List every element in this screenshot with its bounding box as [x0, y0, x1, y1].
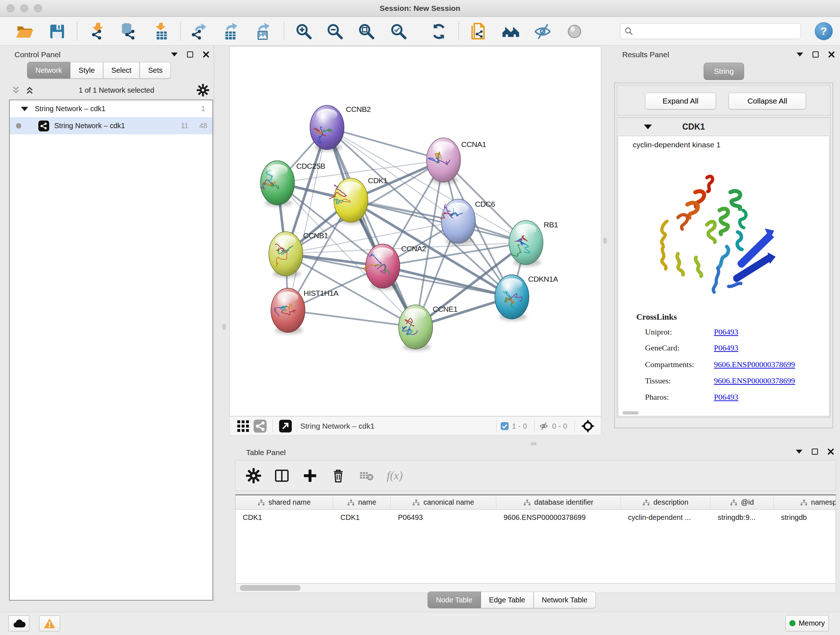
save-session-button[interactable] — [46, 21, 68, 42]
column-header-databaseidentifier[interactable]: database identifier — [496, 495, 621, 509]
protein-structure-image — [653, 167, 783, 308]
panel-close-icon[interactable] — [828, 51, 835, 58]
network-node-HIST1H1A[interactable]: HIST1H1A — [271, 288, 339, 334]
protein-section-header[interactable]: CDK1 — [617, 118, 830, 136]
column-type-icon — [523, 499, 531, 506]
fit-selected-button[interactable] — [578, 417, 597, 435]
search-input[interactable] — [636, 25, 797, 38]
function-builder-button[interactable]: f(x) — [387, 469, 403, 482]
import-network-button[interactable] — [87, 21, 109, 42]
network-node-RB1[interactable]: RB1 — [509, 220, 558, 266]
panel-menu-icon[interactable] — [797, 52, 803, 57]
crosslink-link[interactable]: P06493 — [714, 393, 738, 402]
network-view-canvas[interactable]: CCNB2 CCNA1 CDC25B CDK1 CDC6 — [229, 46, 601, 416]
crosslink-link[interactable]: 9606.ENSP00000378699 — [714, 376, 795, 385]
collapse-section-icon[interactable] — [644, 125, 652, 129]
panel-float-icon[interactable] — [812, 448, 818, 455]
column-header-name[interactable]: name — [333, 495, 391, 509]
network-share-button[interactable] — [251, 418, 269, 434]
open-in-window-button[interactable] — [276, 418, 294, 434]
export-network-button[interactable] — [188, 21, 210, 42]
panel-menu-icon[interactable] — [171, 52, 178, 57]
tab-style[interactable]: Style — [70, 62, 103, 79]
birdseye-view-button[interactable] — [235, 418, 251, 434]
network-edge[interactable] — [288, 127, 327, 310]
delete-column-button[interactable] — [330, 468, 346, 484]
collapse-all-networks-button[interactable] — [9, 86, 23, 95]
table-row[interactable]: CDK1CDK1P064939606.ENSP00000378699cyclin… — [235, 510, 836, 525]
column-header-sharedname[interactable]: shared name — [235, 495, 333, 509]
crosslink-link[interactable]: 9606.ENSP00000378699 — [714, 360, 795, 369]
hscroll-thumb[interactable] — [240, 585, 301, 591]
column-header-id[interactable]: @id — [711, 495, 774, 509]
column-header-canonicalname[interactable]: canonical name — [391, 495, 496, 509]
hide-selected-button[interactable] — [532, 21, 554, 42]
expand-all-button[interactable]: Expand All — [645, 93, 716, 109]
network-collection-row[interactable]: String Network – cdk1 1 — [10, 100, 212, 117]
network-node-CDKN1A[interactable]: CDKN1A — [495, 275, 558, 321]
panel-float-icon[interactable] — [187, 51, 193, 57]
panel-float-icon[interactable] — [813, 51, 819, 57]
clone-network-button[interactable] — [468, 21, 489, 42]
crosslink-link[interactable]: P06493 — [714, 327, 738, 336]
trash-icon — [330, 468, 346, 484]
tab-select[interactable]: Select — [103, 62, 140, 79]
tab-node-table[interactable]: Node Table — [428, 592, 481, 608]
panel-menu-icon[interactable] — [796, 450, 802, 454]
open-session-button[interactable] — [14, 21, 35, 42]
collapse-all-button[interactable]: Collapse All — [729, 93, 806, 109]
export-table-button[interactable] — [219, 21, 240, 42]
network-options-button[interactable] — [196, 84, 210, 97]
warnings-button[interactable] — [39, 616, 60, 631]
memory-button[interactable]: Memory — [785, 615, 829, 631]
left-splitter-handle[interactable] — [223, 324, 226, 330]
add-column-button[interactable] — [302, 468, 318, 484]
document-share-icon — [469, 22, 488, 41]
delete-table-button[interactable] — [358, 468, 374, 484]
network-node-CCNA1[interactable]: CCNA1 — [426, 138, 486, 184]
panel-close-icon[interactable] — [202, 51, 210, 58]
tab-string[interactable]: String — [704, 63, 744, 80]
import-database-button[interactable] — [118, 21, 139, 42]
node-label: CDC6 — [475, 200, 495, 208]
column-header-namespace[interactable]: namespace — [774, 495, 836, 509]
refresh-button[interactable] — [428, 21, 450, 42]
export-image-button[interactable] — [251, 21, 273, 42]
network-node-CCNB2[interactable]: CCNB2 — [310, 105, 371, 151]
show-graphics-button[interactable] — [564, 21, 585, 42]
zoom-selected-button[interactable] — [388, 21, 409, 42]
node-table[interactable]: shared namenamecanonical namedatabase id… — [235, 494, 836, 584]
zoom-in-button[interactable] — [293, 21, 315, 42]
column-header-description[interactable]: description — [621, 495, 711, 509]
network-row[interactable]: String Network – cdk1 11 48 — [10, 117, 212, 134]
right-splitter-handle[interactable] — [603, 238, 607, 244]
help-button[interactable]: ? — [815, 22, 833, 40]
column-type-icon — [347, 499, 355, 506]
selected-checkbox[interactable] — [500, 422, 509, 431]
toolbar-separator — [496, 420, 497, 432]
tree-expand-icon[interactable] — [21, 107, 28, 111]
network-edge[interactable] — [288, 310, 416, 327]
tab-network-table[interactable]: Network Table — [534, 592, 596, 608]
tab-edge-table[interactable]: Edge Table — [481, 592, 534, 608]
tab-sets[interactable]: Sets — [140, 62, 171, 79]
table-options-button[interactable] — [246, 468, 262, 484]
network-graph[interactable]: CCNB2 CCNA1 CDC25B CDK1 CDC6 — [230, 47, 601, 416]
search-field[interactable] — [620, 23, 801, 39]
refresh-icon — [429, 22, 448, 41]
show-columns-button[interactable] — [274, 468, 290, 484]
crosslink-link[interactable]: P06493 — [714, 343, 738, 352]
network-edge[interactable] — [327, 127, 416, 327]
zoom-out-button[interactable] — [324, 21, 346, 42]
hidden-indicator[interactable] — [538, 421, 549, 432]
cloud-status-button[interactable] — [8, 616, 29, 631]
network-node-CDC6[interactable]: CDC6 — [440, 199, 495, 245]
panel-close-icon[interactable] — [827, 448, 834, 455]
string-home-button[interactable] — [500, 21, 522, 42]
expand-all-networks-button[interactable] — [23, 86, 36, 95]
results-hscroll-thumb[interactable] — [622, 411, 638, 415]
import-table-button[interactable] — [150, 21, 172, 42]
zoom-fit-button[interactable] — [355, 21, 377, 42]
network-node-CCNE1[interactable]: CCNE1 — [399, 305, 458, 351]
tab-network[interactable]: Network — [27, 62, 70, 79]
